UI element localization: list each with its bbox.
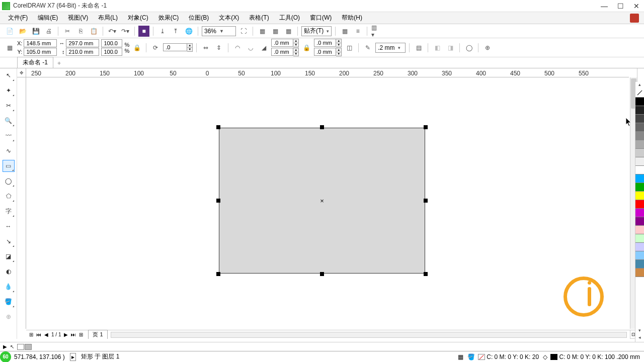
polygon-tool[interactable]: ⬠ bbox=[3, 190, 15, 202]
quick-customize-toolbox[interactable]: ⊕ bbox=[3, 311, 15, 323]
height-input[interactable] bbox=[66, 48, 99, 56]
relative-corner-button[interactable]: ◫ bbox=[344, 42, 355, 53]
resize-handle-ne[interactable] bbox=[424, 125, 428, 129]
freehand-tool[interactable]: 〰 bbox=[3, 130, 15, 142]
user-account-icon[interactable] bbox=[630, 14, 639, 23]
drop-shadow-tool[interactable]: ◪ bbox=[3, 250, 15, 262]
color-swatch[interactable] bbox=[635, 115, 644, 123]
zoom-tool[interactable]: 🔍 bbox=[3, 115, 15, 127]
quick-customize-button[interactable]: ⊕ bbox=[482, 42, 493, 53]
outline-indicator[interactable]: ◇ C: 0 M: 0 Y: 0 K: 100 .200 mm bbox=[543, 353, 640, 360]
wrap-text-button[interactable]: ▤ bbox=[413, 42, 424, 53]
resize-handle-w[interactable] bbox=[216, 199, 220, 203]
front-of-layer-button[interactable]: ◧ bbox=[432, 42, 443, 53]
menu-file[interactable]: 文件(F) bbox=[3, 12, 33, 24]
transparency-tool[interactable]: ◐ bbox=[3, 265, 15, 278]
palette-down-button[interactable]: ▾ bbox=[635, 328, 644, 335]
show-grid-button[interactable]: ▦ bbox=[270, 26, 281, 37]
color-swatch[interactable] bbox=[635, 123, 644, 132]
corner-br-input[interactable] bbox=[314, 48, 336, 56]
rotation-input[interactable] bbox=[163, 43, 187, 51]
search-content-button[interactable]: ■ bbox=[138, 26, 149, 37]
add-document-button[interactable]: + bbox=[53, 59, 65, 68]
corner-lock-button[interactable]: 🔒 bbox=[301, 42, 312, 53]
options-button[interactable]: ▦ bbox=[339, 26, 350, 37]
color-swatch[interactable] bbox=[635, 140, 644, 149]
paste-button[interactable]: 📋 bbox=[88, 26, 99, 37]
document-tab[interactable]: 未命名 -1 bbox=[17, 57, 53, 68]
add-page-button[interactable]: ⊞ bbox=[28, 332, 34, 337]
color-swatch[interactable] bbox=[635, 183, 644, 192]
color-swatch[interactable] bbox=[635, 251, 644, 260]
color-swatch[interactable] bbox=[635, 174, 644, 183]
text-tool[interactable]: 字 bbox=[3, 205, 15, 217]
color-swatch[interactable] bbox=[635, 268, 644, 277]
snap-combo[interactable]: 贴齐(T)▾ bbox=[301, 26, 332, 36]
fullscreen-button[interactable]: ⛶ bbox=[238, 26, 249, 37]
dimension-tool[interactable]: ↔ bbox=[3, 220, 15, 232]
resize-handle-s[interactable] bbox=[320, 272, 324, 276]
recent-none-swatch[interactable] bbox=[17, 344, 24, 350]
first-page-button[interactable]: ⏮ bbox=[35, 332, 42, 337]
color-swatch[interactable] bbox=[635, 226, 644, 234]
scallop-corner-button[interactable]: ◡ bbox=[245, 42, 256, 53]
interactive-fill-tool[interactable]: 🪣 bbox=[3, 296, 15, 308]
color-swatch[interactable] bbox=[635, 98, 644, 106]
resize-handle-sw[interactable] bbox=[216, 272, 220, 276]
cut-button[interactable]: ✂ bbox=[62, 26, 73, 37]
color-swatch[interactable] bbox=[635, 106, 644, 115]
menu-tools[interactable]: 工具(O) bbox=[274, 12, 305, 24]
menu-help[interactable]: 帮助(H) bbox=[337, 12, 367, 24]
y-input[interactable] bbox=[24, 48, 57, 56]
color-swatch[interactable] bbox=[635, 192, 644, 200]
selected-rectangle[interactable]: × bbox=[219, 128, 425, 274]
palette-flyout-button[interactable]: ◂ bbox=[635, 335, 644, 342]
color-swatch[interactable] bbox=[635, 149, 644, 157]
show-rulers-button[interactable]: ▦ bbox=[257, 26, 268, 37]
color-swatch[interactable] bbox=[635, 166, 644, 174]
lock-ratio-button[interactable]: 🔒 bbox=[131, 42, 142, 53]
connector-tool[interactable]: ↘ bbox=[3, 235, 15, 247]
save-button[interactable]: 💾 bbox=[30, 26, 41, 37]
launch-button[interactable]: ▥ ▾ bbox=[371, 26, 382, 37]
undo-button[interactable]: ↶▾ bbox=[107, 26, 118, 37]
color-swatch[interactable] bbox=[635, 157, 644, 166]
zoom-combo[interactable]: 36%▼ bbox=[202, 26, 236, 36]
rectangle-tool[interactable]: ▭ bbox=[3, 160, 15, 172]
presets-icon[interactable]: ▦ bbox=[4, 42, 15, 53]
open-button[interactable]: 📂 bbox=[17, 26, 28, 37]
fill-indicator[interactable]: 🪣 C: 0 M: 0 Y: 0 K: 20 bbox=[467, 353, 539, 360]
app-launcher-button[interactable]: ≡ bbox=[352, 26, 363, 37]
width-input[interactable] bbox=[66, 39, 99, 47]
color-swatch[interactable] bbox=[635, 132, 644, 140]
resize-handle-n[interactable] bbox=[320, 125, 324, 129]
round-corner-button[interactable]: ◠ bbox=[232, 42, 243, 53]
show-guides-button[interactable]: ▦ bbox=[283, 26, 294, 37]
palette-up-button[interactable]: ▴ bbox=[635, 82, 644, 89]
resize-handle-nw[interactable] bbox=[216, 125, 220, 129]
color-proof-icon[interactable]: ▦ bbox=[458, 353, 463, 360]
color-swatch[interactable] bbox=[635, 234, 644, 243]
publish-pdf-button[interactable]: 🌐 bbox=[183, 26, 194, 37]
ruler-origin-icon[interactable]: ✥ bbox=[17, 68, 26, 77]
x-input[interactable] bbox=[24, 39, 57, 47]
page-tab[interactable]: 页 1 bbox=[88, 330, 107, 339]
corner-bl-input[interactable] bbox=[271, 48, 293, 56]
crop-tool[interactable]: ✂ bbox=[3, 100, 15, 112]
mirror-v-button[interactable]: ⇕ bbox=[213, 42, 224, 53]
canvas[interactable]: × bbox=[26, 77, 629, 329]
color-swatch[interactable] bbox=[635, 260, 644, 268]
print-button[interactable]: 🖨 bbox=[43, 26, 54, 37]
no-color-swatch[interactable] bbox=[635, 89, 644, 98]
vertical-ruler[interactable] bbox=[17, 77, 26, 329]
mirror-h-button[interactable]: ⇔ bbox=[200, 42, 211, 53]
color-swatch[interactable] bbox=[635, 200, 644, 209]
outline-width-combo[interactable]: .2 mm▾ bbox=[375, 43, 406, 53]
menu-view[interactable]: 视图(V) bbox=[63, 12, 93, 24]
corner-tl-input[interactable] bbox=[271, 39, 293, 47]
resize-handle-e[interactable] bbox=[424, 199, 428, 203]
recent-gray-swatch[interactable] bbox=[25, 344, 32, 350]
ellipse-tool[interactable]: ◯ bbox=[3, 175, 15, 187]
import-button[interactable]: ⤓ bbox=[157, 26, 168, 37]
shape-tool[interactable]: ✦ bbox=[3, 84, 15, 97]
